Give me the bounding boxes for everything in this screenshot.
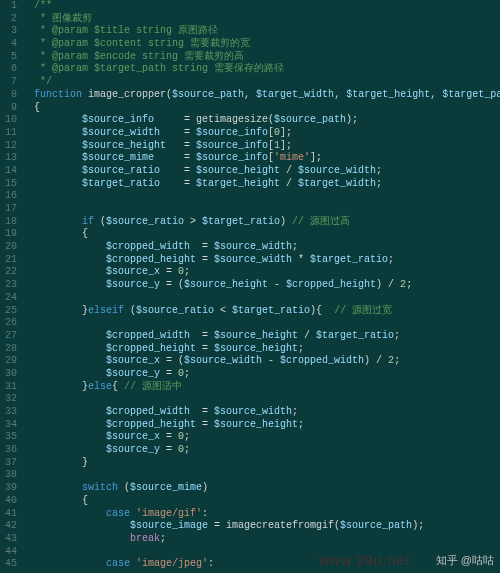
line-number: 10 — [0, 114, 17, 127]
line-number: 12 — [0, 140, 17, 153]
code-line: { — [22, 102, 500, 115]
line-number: 11 — [0, 127, 17, 140]
code-line: $source_y = 0; — [22, 444, 500, 457]
line-number: 22 — [0, 266, 17, 279]
code-line: /** — [22, 0, 500, 13]
code-line: break; — [22, 533, 500, 546]
code-line: }elseif ($source_ratio < $target_ratio){… — [22, 305, 500, 318]
line-number: 2 — [0, 13, 17, 26]
line-number: 44 — [0, 546, 17, 559]
code-line: $source_x = ($source_width - $cropped_wi… — [22, 355, 500, 368]
line-number: 19 — [0, 228, 17, 241]
code-line: * @param $title string 原图路径 — [22, 25, 500, 38]
code-line: switch ($source_mime) — [22, 482, 500, 495]
line-number: 29 — [0, 355, 17, 368]
line-number: 35 — [0, 431, 17, 444]
code-line: { — [22, 495, 500, 508]
code-line: $cropped_height = $source_width * $targe… — [22, 254, 500, 267]
line-number: 42 — [0, 520, 17, 533]
code-line: * 图像裁剪 — [22, 13, 500, 26]
code-line — [22, 190, 500, 203]
line-number-gutter: 1234567891011121314151617181920212223242… — [0, 0, 22, 571]
code-line: $cropped_width = $source_width; — [22, 241, 500, 254]
code-line: } — [22, 457, 500, 470]
line-number: 8 — [0, 89, 17, 102]
line-number: 9 — [0, 102, 17, 115]
line-number: 1 — [0, 0, 17, 13]
line-number: 5 — [0, 51, 17, 64]
line-number: 25 — [0, 305, 17, 318]
code-area[interactable]: /** * 图像裁剪 * @param $title string 原图路径 *… — [22, 0, 500, 571]
code-line: */ — [22, 76, 500, 89]
line-number: 34 — [0, 419, 17, 432]
code-line: case 'image/jpeg': — [22, 558, 500, 571]
code-line — [22, 546, 500, 559]
code-line: $source_image = imagecreatefromgif($sour… — [22, 520, 500, 533]
line-number: 21 — [0, 254, 17, 267]
code-line: $source_x = 0; — [22, 431, 500, 444]
line-number: 28 — [0, 343, 17, 356]
watermark-site: www.99u.net — [319, 554, 410, 567]
code-line — [22, 317, 500, 330]
line-number: 20 — [0, 241, 17, 254]
code-line: function image_cropper($source_path, $ta… — [22, 89, 500, 102]
line-number: 32 — [0, 393, 17, 406]
line-number: 15 — [0, 178, 17, 191]
code-line: $source_height = $source_info[1]; — [22, 140, 500, 153]
line-number: 23 — [0, 279, 17, 292]
line-number: 4 — [0, 38, 17, 51]
code-line: $source_y = ($source_height - $cropped_h… — [22, 279, 500, 292]
line-number: 27 — [0, 330, 17, 343]
line-number: 41 — [0, 508, 17, 521]
line-number: 36 — [0, 444, 17, 457]
code-line: $cropped_width = $source_width; — [22, 406, 500, 419]
code-line: $target_ratio = $target_height / $target… — [22, 178, 500, 191]
line-number: 3 — [0, 25, 17, 38]
line-number: 31 — [0, 381, 17, 394]
line-number: 37 — [0, 457, 17, 470]
line-number: 39 — [0, 482, 17, 495]
code-line: $cropped_height = $source_height; — [22, 343, 500, 356]
code-line: $source_info = getimagesize($source_path… — [22, 114, 500, 127]
line-number: 45 — [0, 558, 17, 571]
code-line: $cropped_width = $source_height / $targe… — [22, 330, 500, 343]
code-line: $source_width = $source_info[0]; — [22, 127, 500, 140]
code-line: if ($source_ratio > $target_ratio) // 源图… — [22, 216, 500, 229]
code-editor: 1234567891011121314151617181920212223242… — [0, 0, 500, 571]
code-line — [22, 203, 500, 216]
line-number: 7 — [0, 76, 17, 89]
line-number: 43 — [0, 533, 17, 546]
watermark-author: 知乎 @咕咕 — [436, 554, 494, 567]
line-number: 40 — [0, 495, 17, 508]
code-line: * @param $content string 需要裁剪的宽 — [22, 38, 500, 51]
code-line: $source_mime = $source_info['mime']; — [22, 152, 500, 165]
code-line — [22, 292, 500, 305]
line-number: 17 — [0, 203, 17, 216]
line-number: 33 — [0, 406, 17, 419]
line-number: 26 — [0, 317, 17, 330]
code-line: $cropped_height = $source_height; — [22, 419, 500, 432]
code-line — [22, 469, 500, 482]
line-number: 16 — [0, 190, 17, 203]
line-number: 24 — [0, 292, 17, 305]
code-line: }else{ // 源图适中 — [22, 381, 500, 394]
line-number: 38 — [0, 469, 17, 482]
code-line: $source_x = 0; — [22, 266, 500, 279]
line-number: 6 — [0, 63, 17, 76]
code-line: * @param $encode string 需要裁剪的高 — [22, 51, 500, 64]
code-line: case 'image/gif': — [22, 508, 500, 521]
code-line — [22, 393, 500, 406]
line-number: 30 — [0, 368, 17, 381]
line-number: 18 — [0, 216, 17, 229]
line-number: 14 — [0, 165, 17, 178]
code-line: $source_ratio = $source_height / $source… — [22, 165, 500, 178]
code-line: $source_y = 0; — [22, 368, 500, 381]
code-line: * @param $target_path string 需要保存的路径 — [22, 63, 500, 76]
line-number: 13 — [0, 152, 17, 165]
code-line: { — [22, 228, 500, 241]
